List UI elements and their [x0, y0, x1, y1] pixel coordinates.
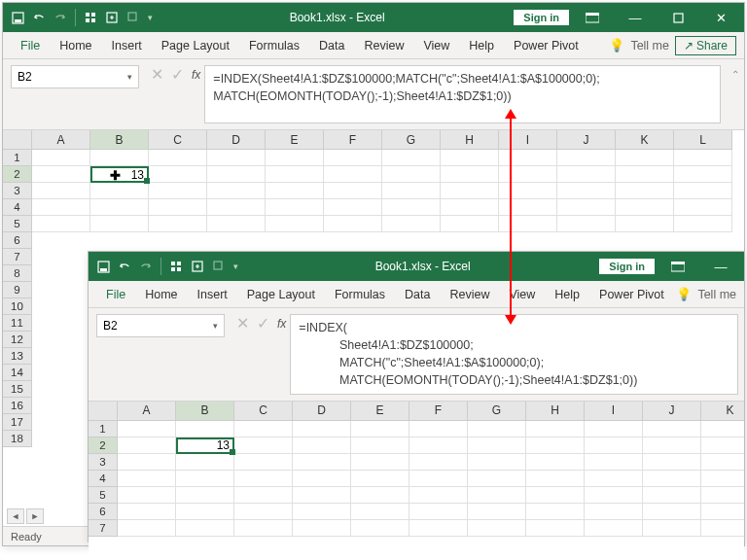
redo-icon[interactable]	[139, 260, 153, 273]
col-B[interactable]: B	[90, 130, 149, 150]
row-2[interactable]: 2	[3, 166, 32, 183]
menu-power-pivot[interactable]: Power Pivot	[589, 284, 674, 305]
menu-file[interactable]: File	[96, 284, 135, 305]
row-16[interactable]: 16	[3, 398, 32, 414]
formula-bar[interactable]: =INDEX( Sheet4!A1:$DZ$100000; MATCH("c";…	[290, 314, 738, 395]
col-E[interactable]: E	[266, 130, 324, 150]
menu-review[interactable]: Review	[440, 284, 499, 305]
menu-view[interactable]: View	[413, 35, 459, 56]
qat-more-icon[interactable]: ▾	[148, 13, 153, 22]
undo-icon[interactable]	[118, 260, 131, 273]
maximize-button[interactable]	[658, 3, 697, 32]
row-8[interactable]: 8	[3, 265, 32, 282]
row-7[interactable]: 7	[3, 249, 32, 265]
fx-icon[interactable]: fx	[192, 68, 200, 82]
col-F[interactable]: F	[324, 130, 382, 150]
col-I[interactable]: I	[585, 402, 643, 421]
menu-power-pivot[interactable]: Power Pivot	[504, 35, 588, 56]
select-all-corner[interactable]	[89, 402, 118, 421]
cancel-icon[interactable]: ✕	[151, 65, 163, 84]
menu-insert[interactable]: Insert	[188, 284, 237, 305]
row-14[interactable]: 14	[3, 365, 32, 381]
tellme-text[interactable]: Tell me	[630, 39, 669, 52]
menu-page-layout[interactable]: Page Layout	[152, 35, 239, 56]
row-1[interactable]: 1	[89, 421, 118, 438]
dropdown-icon[interactable]	[126, 11, 140, 24]
redo-icon[interactable]	[53, 11, 67, 24]
row-5[interactable]: 5	[89, 487, 118, 504]
select-all-corner[interactable]	[3, 130, 32, 150]
col-H[interactable]: H	[441, 130, 499, 150]
row-5[interactable]: 5	[3, 216, 32, 232]
row-6[interactable]: 6	[3, 232, 32, 249]
grid-icon[interactable]	[169, 260, 183, 273]
save-icon[interactable]	[96, 260, 110, 273]
row-2[interactable]: 2	[89, 438, 118, 454]
ribbon-options-icon[interactable]	[658, 252, 697, 281]
row-6[interactable]: 6	[89, 504, 118, 520]
dropdown-icon[interactable]	[212, 260, 226, 273]
menu-home[interactable]: Home	[50, 35, 101, 56]
col-J[interactable]: J	[557, 130, 616, 150]
share-button[interactable]: ↗Share	[675, 36, 736, 55]
col-A[interactable]: A	[118, 402, 176, 421]
grid-icon[interactable]	[84, 11, 97, 24]
col-G[interactable]: G	[382, 130, 441, 150]
formula-expand-icon[interactable]: ⌃	[727, 59, 744, 80]
row-15[interactable]: 15	[3, 381, 32, 398]
col-C[interactable]: C	[234, 402, 293, 421]
scroll-right-icon[interactable]: ►	[26, 508, 44, 524]
addin-icon[interactable]	[105, 11, 119, 24]
menu-formulas[interactable]: Formulas	[325, 284, 395, 305]
menu-home[interactable]: Home	[135, 284, 187, 305]
row-13[interactable]: 13	[3, 348, 32, 365]
minimize-button[interactable]: —	[616, 3, 655, 32]
enter-icon[interactable]: ✓	[171, 65, 184, 84]
row-3[interactable]: 3	[89, 454, 118, 471]
cancel-icon[interactable]: ✕	[236, 314, 249, 332]
col-A[interactable]: A	[32, 130, 90, 150]
col-K[interactable]: K	[616, 130, 674, 150]
row-18[interactable]: 18	[3, 431, 32, 447]
row-11[interactable]: 11	[3, 315, 32, 332]
row-7[interactable]: 7	[89, 520, 118, 537]
menu-insert[interactable]: Insert	[102, 35, 152, 56]
row-10[interactable]: 10	[3, 298, 32, 315]
name-box[interactable]: B2	[11, 65, 139, 88]
col-H[interactable]: H	[526, 402, 585, 421]
minimize-button[interactable]: —	[701, 252, 740, 281]
cells[interactable]: 13	[118, 421, 744, 537]
close-button[interactable]: ✕	[701, 3, 740, 32]
col-D[interactable]: D	[207, 130, 266, 150]
col-K[interactable]: K	[701, 402, 744, 421]
name-box[interactable]: B2	[96, 314, 225, 337]
menu-view[interactable]: View	[499, 284, 545, 305]
row-17[interactable]: 17	[3, 414, 32, 431]
ribbon-options-icon[interactable]	[573, 3, 612, 32]
col-L[interactable]: L	[674, 130, 732, 150]
row-1[interactable]: 1	[3, 150, 32, 166]
row-4[interactable]: 4	[3, 199, 32, 216]
menu-page-layout[interactable]: Page Layout	[237, 284, 325, 305]
tellme-text[interactable]: Tell me	[697, 288, 736, 301]
cells[interactable]: 13✚	[32, 150, 732, 232]
col-F[interactable]: F	[409, 402, 468, 421]
menu-review[interactable]: Review	[354, 35, 413, 56]
save-icon[interactable]	[11, 11, 24, 24]
scroll-left-icon[interactable]: ◄	[7, 508, 24, 524]
menu-formulas[interactable]: Formulas	[239, 35, 309, 56]
undo-icon[interactable]	[32, 11, 46, 24]
cell-B2[interactable]: 13	[176, 438, 234, 454]
col-I[interactable]: I	[499, 130, 557, 150]
qat-more-icon[interactable]: ▾	[233, 262, 238, 271]
cell-B2[interactable]: 13✚	[90, 166, 149, 183]
row-4[interactable]: 4	[89, 471, 118, 487]
enter-icon[interactable]: ✓	[257, 314, 269, 332]
menu-file[interactable]: File	[11, 35, 50, 56]
row-12[interactable]: 12	[3, 332, 32, 348]
menu-help[interactable]: Help	[545, 284, 589, 305]
row-9[interactable]: 9	[3, 282, 32, 298]
row-3[interactable]: 3	[3, 183, 32, 199]
col-E[interactable]: E	[351, 402, 409, 421]
col-C[interactable]: C	[149, 130, 207, 150]
